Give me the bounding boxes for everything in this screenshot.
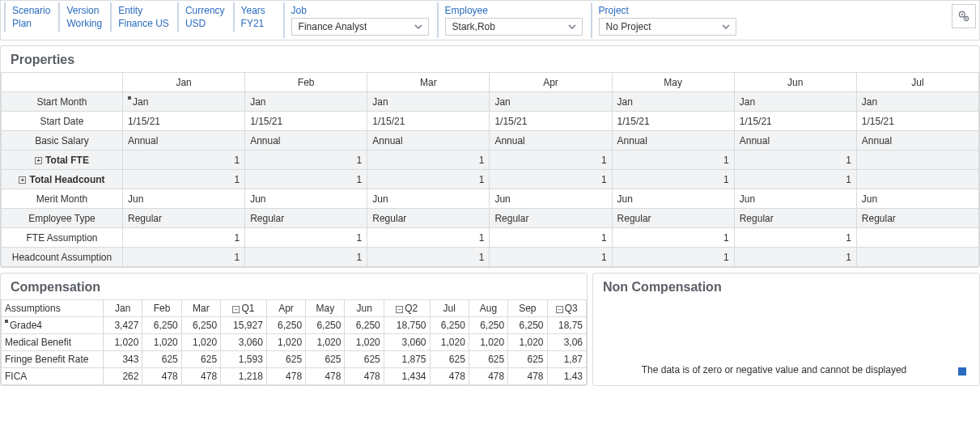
cell[interactable]: 1,020 [306, 334, 345, 351]
settings-button[interactable] [952, 4, 976, 28]
col-header[interactable]: Feb [245, 73, 367, 92]
cell[interactable]: 625 [345, 351, 384, 368]
cell[interactable]: 6,250 [430, 317, 469, 334]
row-header[interactable]: Headcount Assumption [2, 248, 123, 267]
cell[interactable]: 625 [306, 351, 345, 368]
cell[interactable]: 1 [367, 228, 490, 248]
row-header[interactable]: Medical Benefit [2, 334, 104, 351]
cell[interactable]: 1 [612, 170, 734, 189]
col-header[interactable]: −Q1 [221, 300, 267, 317]
pov-years[interactable]: Years FY21 [233, 2, 283, 32]
pov-scenario[interactable]: Scenario Plan [4, 2, 58, 32]
pov-version[interactable]: Version Working [58, 2, 110, 32]
cell[interactable]: 1,87 [547, 351, 586, 368]
cell[interactable]: 478 [181, 368, 220, 385]
cell[interactable]: Annual [612, 131, 734, 151]
cell[interactable]: 18,750 [384, 317, 430, 334]
cell[interactable]: 6,250 [266, 317, 305, 334]
cell[interactable]: 3,060 [221, 334, 267, 351]
cell[interactable]: 1 [367, 170, 490, 189]
cell[interactable]: Jun [490, 189, 612, 209]
cell[interactable]: 1 [490, 170, 612, 189]
cell[interactable]: 1/15/21 [123, 112, 245, 131]
cell[interactable]: Jun [734, 189, 856, 209]
col-header[interactable]: Aug [469, 300, 507, 317]
cell[interactable]: 1,020 [181, 334, 220, 351]
cell[interactable] [856, 170, 978, 189]
cell[interactable]: Jan [490, 92, 612, 112]
cell[interactable]: 1 [612, 248, 734, 267]
col-header[interactable]: Jun [734, 73, 856, 92]
row-header[interactable]: Merit Month [2, 189, 123, 209]
cell[interactable]: 625 [430, 351, 469, 368]
cell[interactable]: Jun [245, 189, 367, 209]
cell[interactable]: 1 [123, 151, 245, 170]
cell[interactable]: 6,250 [142, 317, 181, 334]
cell[interactable]: 18,75 [547, 317, 586, 334]
cell[interactable]: 1 [734, 151, 856, 170]
cell[interactable]: 6,250 [469, 317, 507, 334]
col-header[interactable]: Mar [181, 300, 220, 317]
cell[interactable]: Annual [123, 131, 245, 151]
col-header[interactable]: −Q3 [547, 300, 586, 317]
cell[interactable]: Regular [367, 209, 490, 228]
cell[interactable]: Regular [734, 209, 856, 228]
row-header[interactable]: +Total FTE [2, 151, 123, 170]
cell[interactable] [856, 248, 978, 267]
cell[interactable]: 1,43 [547, 368, 586, 385]
collapse-icon[interactable]: − [232, 306, 240, 313]
collapse-icon[interactable]: − [396, 306, 403, 313]
cell[interactable]: 1,020 [266, 334, 305, 351]
pov-currency[interactable]: Currency USD [177, 2, 233, 32]
col-header[interactable]: Jul [430, 300, 469, 317]
row-header[interactable]: Start Date [2, 112, 123, 131]
cell[interactable]: 1 [734, 170, 856, 189]
properties-grid[interactable]: Jan Feb Mar Apr May Jun Jul Start MonthJ… [1, 72, 979, 267]
row-header[interactable]: FICA [2, 368, 104, 385]
expand-icon[interactable]: + [35, 157, 42, 164]
cell[interactable]: 1 [734, 228, 856, 248]
cell[interactable]: 6,250 [181, 317, 220, 334]
cell[interactable]: 1,020 [508, 334, 547, 351]
cell[interactable]: 478 [430, 368, 469, 385]
cell[interactable]: Jun [367, 189, 490, 209]
cell[interactable]: 625 [266, 351, 305, 368]
cell[interactable]: Jan [856, 92, 978, 112]
cell[interactable]: Annual [245, 131, 367, 151]
cell[interactable]: 3,427 [104, 317, 142, 334]
cell[interactable]: 1,020 [142, 334, 181, 351]
row-header[interactable]: Fringe Benefit Rate [2, 351, 104, 368]
cell[interactable]: 3,060 [384, 334, 430, 351]
cell[interactable]: Annual [367, 131, 490, 151]
col-header[interactable]: Apr [266, 300, 305, 317]
job-select[interactable]: Finance Analyst [291, 18, 429, 36]
cell[interactable]: 1,875 [384, 351, 430, 368]
cell[interactable]: 1,218 [221, 368, 267, 385]
pov-entity[interactable]: Entity Finance US [110, 2, 177, 32]
cell[interactable]: 1,020 [345, 334, 384, 351]
col-header[interactable]: Jun [345, 300, 384, 317]
cell[interactable]: 1 [123, 228, 245, 248]
cell[interactable]: 1 [123, 248, 245, 267]
cell[interactable]: Jan [612, 92, 734, 112]
cell[interactable]: 262 [104, 368, 142, 385]
cell[interactable]: 1 [612, 151, 734, 170]
cell[interactable]: Jan [123, 92, 245, 112]
cell[interactable]: 1 [734, 248, 856, 267]
row-header[interactable]: Grade4 [2, 317, 104, 334]
cell[interactable]: Annual [734, 131, 856, 151]
cell[interactable]: 1/15/21 [490, 112, 612, 131]
cell[interactable]: 1,593 [221, 351, 267, 368]
cell[interactable]: 1/15/21 [367, 112, 490, 131]
cell[interactable]: 1,020 [469, 334, 507, 351]
col-header[interactable]: Sep [508, 300, 547, 317]
cell[interactable]: 478 [306, 368, 345, 385]
cell[interactable]: Regular [856, 209, 978, 228]
col-header[interactable]: −Q2 [384, 300, 430, 317]
cell[interactable]: 1/15/21 [856, 112, 978, 131]
cell[interactable] [856, 228, 978, 248]
project-select[interactable]: No Project [599, 18, 736, 36]
cell[interactable]: 1/15/21 [612, 112, 734, 131]
cell[interactable]: Jun [123, 189, 245, 209]
row-header[interactable]: FTE Assumption [2, 228, 123, 248]
